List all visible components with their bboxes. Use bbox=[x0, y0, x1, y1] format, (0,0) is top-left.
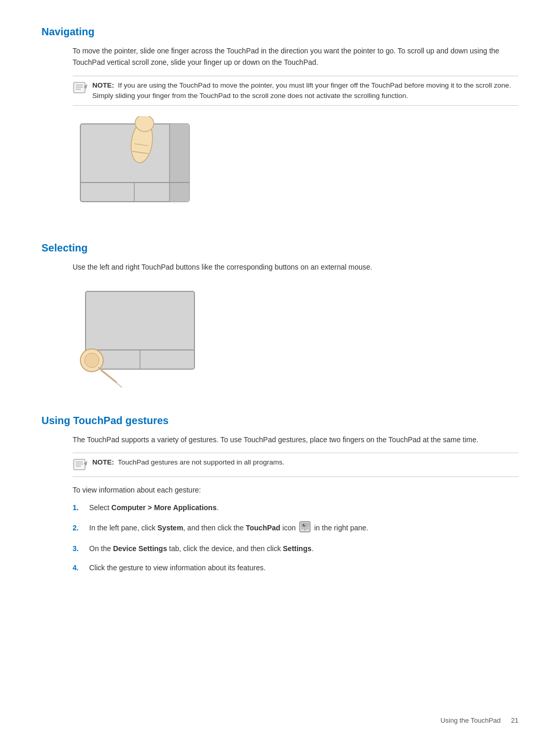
step-2: 2. In the left pane, click System, and t… bbox=[73, 521, 519, 536]
svg-point-17 bbox=[85, 353, 99, 368]
selecting-illustration bbox=[73, 284, 519, 394]
step-3-content: On the Device Settings tab, click the de… bbox=[89, 543, 519, 554]
selecting-body: Use the left and right TouchPad buttons … bbox=[41, 261, 519, 393]
gestures-text: The TouchPad supports a variety of gestu… bbox=[73, 434, 519, 445]
selecting-text: Use the left and right TouchPad buttons … bbox=[73, 261, 519, 273]
gestures-steps: 1. Select Computer > More Applications. … bbox=[73, 502, 519, 573]
navigating-text: To move the pointer, slide one finger ac… bbox=[73, 45, 519, 68]
step-4: 4. Click the gesture to view information… bbox=[73, 562, 519, 573]
svg-line-18 bbox=[99, 368, 117, 382]
svg-line-19 bbox=[101, 371, 122, 387]
navigating-title: Navigating bbox=[41, 26, 519, 38]
gestures-note-text: NOTE: TouchPad gestures are not supporte… bbox=[92, 457, 284, 468]
step-4-content: Click the gesture to view information ab… bbox=[89, 562, 519, 573]
step-2-content: In the left pane, click System, and then… bbox=[89, 521, 519, 536]
svg-rect-20 bbox=[74, 459, 85, 470]
step-1: 1. Select Computer > More Applications. bbox=[73, 502, 519, 513]
footer-page: 21 bbox=[511, 716, 519, 724]
step-3: 3. On the Device Settings tab, click the… bbox=[73, 543, 519, 554]
gestures-title: Using TouchPad gestures bbox=[41, 415, 519, 427]
step-1-content: Select Computer > More Applications. bbox=[89, 502, 519, 513]
footer-label: Using the TouchPad bbox=[440, 716, 500, 724]
touchpad-inline-icon bbox=[299, 521, 311, 536]
note-icon bbox=[73, 81, 88, 95]
svg-rect-0 bbox=[74, 82, 85, 93]
navigating-note: NOTE: If you are using the TouchPad to m… bbox=[73, 76, 519, 106]
navigating-section: Navigating To move the pointer, slide on… bbox=[41, 26, 519, 221]
svg-rect-5 bbox=[170, 124, 189, 202]
navigating-note-text: NOTE: If you are using the TouchPad to m… bbox=[92, 80, 519, 102]
gestures-note-icon bbox=[73, 458, 88, 472]
selecting-title: Selecting bbox=[41, 242, 519, 254]
gestures-view-info: To view information about each gesture: bbox=[73, 484, 519, 496]
navigating-illustration bbox=[73, 116, 519, 221]
navigating-body: To move the pointer, slide one finger ac… bbox=[41, 45, 519, 221]
footer: Using the TouchPad 21 bbox=[440, 716, 519, 724]
gestures-note: NOTE: TouchPad gestures are not supporte… bbox=[73, 453, 519, 477]
gestures-body: The TouchPad supports a variety of gestu… bbox=[41, 434, 519, 573]
gestures-section: Using TouchPad gestures The TouchPad sup… bbox=[41, 415, 519, 573]
selecting-section: Selecting Use the left and right TouchPa… bbox=[41, 242, 519, 393]
